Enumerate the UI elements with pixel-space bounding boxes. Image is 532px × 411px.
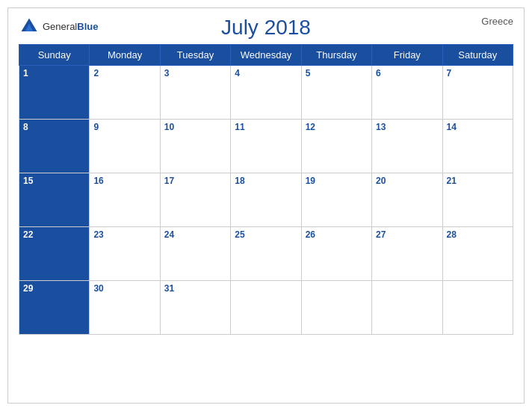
day-cell: 11 [231, 120, 301, 173]
week-row-2: 891011121314 [19, 120, 513, 173]
day-cell: 29 [19, 281, 90, 335]
day-cell: 5 [301, 66, 371, 120]
day-number: 27 [376, 229, 438, 240]
day-cell: 31 [160, 281, 230, 335]
day-number: 28 [447, 229, 509, 240]
day-number: 23 [93, 229, 155, 240]
day-number: 29 [23, 283, 85, 294]
day-number: 15 [23, 176, 85, 186]
day-number: 3 [164, 68, 226, 78]
header-sunday: Sunday [19, 45, 90, 66]
day-number: 22 [23, 229, 85, 240]
day-number: 24 [164, 229, 226, 240]
week-row-4: 22232425262728 [19, 227, 513, 281]
calendar-header: GeneralBlue July 2018 Greece [19, 16, 513, 40]
header-saturday: Saturday [442, 45, 513, 66]
calendar-container: GeneralBlue July 2018 Greece Sunday Mond… [7, 7, 525, 404]
logo-text: GeneralBlue [43, 19, 98, 33]
day-cell [372, 281, 442, 335]
day-cell: 24 [160, 227, 230, 281]
day-number: 26 [306, 229, 368, 240]
weekday-header-row: Sunday Monday Tuesday Wednesday Thursday… [19, 45, 513, 66]
day-cell [442, 281, 513, 335]
day-number: 19 [306, 176, 368, 186]
day-cell: 15 [19, 173, 90, 227]
header-monday: Monday [90, 45, 160, 66]
day-cell: 21 [442, 173, 513, 227]
day-number: 16 [93, 176, 155, 186]
generalblue-logo-icon [19, 16, 40, 37]
day-cell: 8 [19, 120, 90, 173]
day-number: 13 [376, 122, 438, 132]
day-number: 5 [306, 68, 368, 78]
day-number: 31 [164, 283, 226, 294]
day-cell: 4 [231, 66, 301, 120]
day-cell [231, 281, 301, 335]
day-number: 4 [235, 68, 297, 78]
header-friday: Friday [372, 45, 442, 66]
day-number: 7 [447, 68, 509, 78]
day-number: 8 [23, 122, 85, 132]
day-number: 14 [447, 122, 509, 132]
day-cell: 16 [90, 173, 160, 227]
header-wednesday: Wednesday [231, 45, 301, 66]
day-cell: 17 [160, 173, 230, 227]
day-number: 6 [376, 68, 438, 78]
week-row-1: 1234567 [19, 66, 513, 120]
logo-area: GeneralBlue [19, 16, 98, 37]
day-number: 1 [23, 68, 85, 78]
day-cell [301, 281, 371, 335]
day-cell: 3 [160, 66, 230, 120]
day-cell: 1 [19, 66, 90, 120]
calendar-table: Sunday Monday Tuesday Wednesday Thursday… [19, 44, 513, 335]
week-row-3: 15161718192021 [19, 173, 513, 227]
logo-blue: Blue [77, 21, 98, 32]
day-number: 11 [235, 122, 297, 132]
day-number: 17 [164, 176, 226, 186]
day-number: 25 [235, 229, 297, 240]
day-number: 10 [164, 122, 226, 132]
header-thursday: Thursday [301, 45, 371, 66]
day-cell: 14 [442, 120, 513, 173]
calendar-title: July 2018 [221, 16, 311, 40]
day-cell: 25 [231, 227, 301, 281]
day-number: 9 [93, 122, 155, 132]
day-cell: 22 [19, 227, 90, 281]
day-cell: 30 [90, 281, 160, 335]
day-cell: 10 [160, 120, 230, 173]
day-cell: 28 [442, 227, 513, 281]
logo-general: General [43, 21, 77, 32]
country-label: Greece [481, 16, 513, 27]
day-cell: 7 [442, 66, 513, 120]
week-row-5: 293031 [19, 281, 513, 335]
day-cell: 2 [90, 66, 160, 120]
header-tuesday: Tuesday [160, 45, 230, 66]
day-cell: 27 [372, 227, 442, 281]
day-cell: 13 [372, 120, 442, 173]
day-cell: 12 [301, 120, 371, 173]
day-number: 12 [306, 122, 368, 132]
day-number: 18 [235, 176, 297, 186]
day-cell: 23 [90, 227, 160, 281]
day-number: 30 [93, 283, 155, 294]
day-number: 2 [93, 68, 155, 78]
day-cell: 19 [301, 173, 371, 227]
day-number: 20 [376, 176, 438, 186]
day-cell: 26 [301, 227, 371, 281]
day-cell: 20 [372, 173, 442, 227]
day-cell: 9 [90, 120, 160, 173]
day-cell: 18 [231, 173, 301, 227]
day-number: 21 [447, 176, 509, 186]
day-cell: 6 [372, 66, 442, 120]
